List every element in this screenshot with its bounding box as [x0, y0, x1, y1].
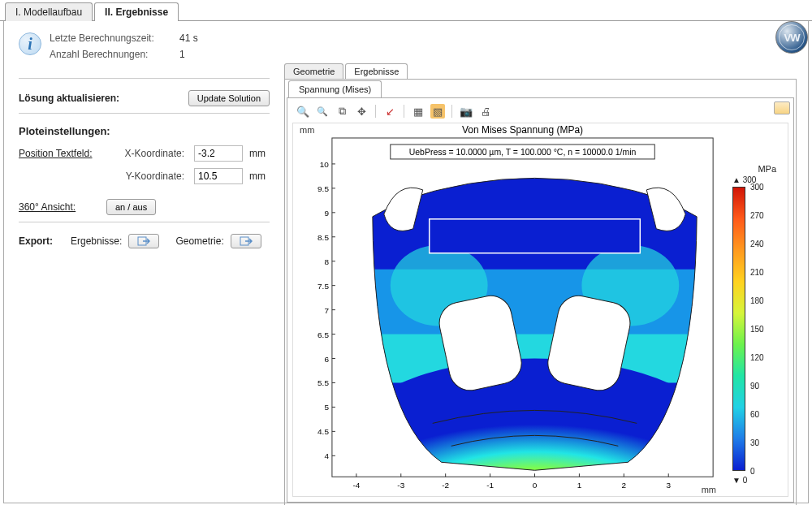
inner-tab-bar: Geometrie Ergebnisse: [284, 63, 797, 80]
plot-title: Von Mises Spannung (MPa): [462, 124, 583, 136]
plot-annotation: UebPress = 10.0000 µm, T = 100.000 °C, n…: [409, 148, 637, 157]
axes-icon[interactable]: ↙: [382, 104, 397, 119]
content-pane: i Letzte Berechnungszeit: 41 s Anzahl Be…: [3, 21, 809, 503]
export-label: Export:: [19, 235, 64, 247]
calc-count-label: Anzahl Berechnungen:: [50, 49, 179, 60]
vw-logo: VW: [775, 21, 808, 54]
plot-area[interactable]: mm mm Von Mises Spannung (MPa) UebPress …: [292, 123, 788, 497]
svg-text:9.5: 9.5: [317, 184, 329, 193]
svg-text:8.5: 8.5: [317, 233, 329, 242]
svg-text:4: 4: [324, 451, 329, 460]
svg-text:7.5: 7.5: [317, 282, 329, 291]
zoom-out-icon[interactable]: 🔍: [315, 104, 330, 119]
svg-text:-1: -1: [486, 481, 494, 490]
svg-text:4.5: 4.5: [317, 427, 329, 436]
snapshot-icon[interactable]: 📷: [459, 104, 473, 119]
legend-unit: MPa: [732, 164, 776, 174]
right-panel: VW Geometrie Ergebnisse Spannung (Mises)…: [284, 21, 808, 503]
print-icon[interactable]: 🖨: [478, 104, 493, 119]
zoom-extents-icon[interactable]: ✥: [354, 104, 369, 119]
xcoord-input[interactable]: [194, 145, 243, 162]
export-geom-label: Geometrie:: [175, 235, 223, 247]
grid-icon[interactable]: ▦: [411, 104, 425, 119]
svg-text:1: 1: [577, 481, 582, 490]
svg-text:2: 2: [622, 481, 627, 490]
view360-toggle-button[interactable]: an / aus: [106, 199, 156, 215]
ycoord-input[interactable]: [194, 168, 243, 184]
x-ticks: -4 -3 -2 -1 0 1 2 3: [352, 473, 671, 490]
sub-tab-bar: Spannung (Mises): [287, 80, 794, 98]
y-ticks: 10 9.5 9 8.5 8 7.5 7 6.5 6 5.5 5 4.5 4: [317, 160, 335, 460]
export-geom-button[interactable]: [231, 234, 261, 248]
svg-text:-2: -2: [442, 481, 449, 490]
color-legend: MPa ▲ 300 300 270 240 210 180 150 120 90…: [732, 164, 776, 495]
svg-text:7: 7: [324, 306, 329, 315]
calc-count-value: 1: [179, 49, 228, 60]
view360-label: 360° Ansicht:: [19, 201, 100, 213]
svg-text:3: 3: [666, 481, 671, 490]
svg-text:9: 9: [324, 209, 329, 218]
textpos-label: Position Textfeld:: [19, 148, 108, 159]
plotsettings-label: Ploteinstellungen:: [19, 125, 270, 137]
ycoord-label: Y-Koordinate:: [114, 170, 188, 182]
tab-modellaufbau[interactable]: I. Modellaufbau: [5, 2, 93, 21]
inner-tab-geometrie[interactable]: Geometrie: [284, 63, 343, 79]
main-tab-bar: I. Modellaufbau II. Ergebnisse: [0, 0, 812, 21]
svg-text:-4: -4: [352, 481, 360, 490]
export-results-label: Ergebnisse:: [71, 235, 122, 247]
inner-tab-ergebnisse[interactable]: Ergebnisse: [345, 63, 408, 79]
svg-text:-3: -3: [397, 481, 404, 490]
svg-text:6: 6: [324, 355, 329, 364]
plot-panel: 🔍 🔍 ⧉ ✥ ↙ ▦ ▧ 📷 🖨 mm mm: [287, 98, 794, 503]
fullscreen-button[interactable]: [774, 101, 790, 114]
svg-text:0: 0: [533, 481, 538, 490]
xcoord-unit: mm: [249, 148, 266, 159]
tab-ergebnisse[interactable]: II. Ergebnisse: [94, 2, 179, 21]
scene-light-icon[interactable]: ▧: [430, 104, 445, 119]
zoom-in-icon[interactable]: 🔍: [296, 104, 310, 119]
plot-toolbar: 🔍 🔍 ⧉ ✥ ↙ ▦ ▧ 📷 🖨: [292, 101, 788, 121]
svg-text:6.5: 6.5: [317, 330, 329, 339]
svg-text:10: 10: [320, 160, 330, 169]
svg-text:5: 5: [324, 403, 329, 412]
export-results-button[interactable]: [128, 234, 159, 248]
sub-tab-spannung[interactable]: Spannung (Mises): [288, 80, 382, 97]
calc-time-label: Letzte Berechnungszeit:: [50, 32, 179, 44]
update-solution-label: Lösung aktualisieren:: [19, 93, 119, 104]
svg-rect-52: [430, 219, 641, 253]
svg-text:5.5: 5.5: [317, 378, 329, 387]
export-icon: [137, 236, 150, 246]
svg-text:8: 8: [324, 257, 329, 266]
update-solution-button[interactable]: Update Solution: [188, 90, 270, 106]
ycoord-unit: mm: [249, 170, 266, 182]
calc-time-value: 41 s: [179, 32, 228, 44]
xcoord-label: X-Koordinate:: [114, 148, 188, 159]
zoom-box-icon[interactable]: ⧉: [335, 104, 349, 119]
stress-contour-chart: Von Mises Spannung (MPa) UebPress = 10.0…: [293, 123, 788, 498]
export-icon: [240, 236, 253, 246]
info-icon: i: [19, 32, 41, 55]
left-panel: i Letzte Berechnungszeit: 41 s Anzahl Be…: [4, 21, 284, 503]
